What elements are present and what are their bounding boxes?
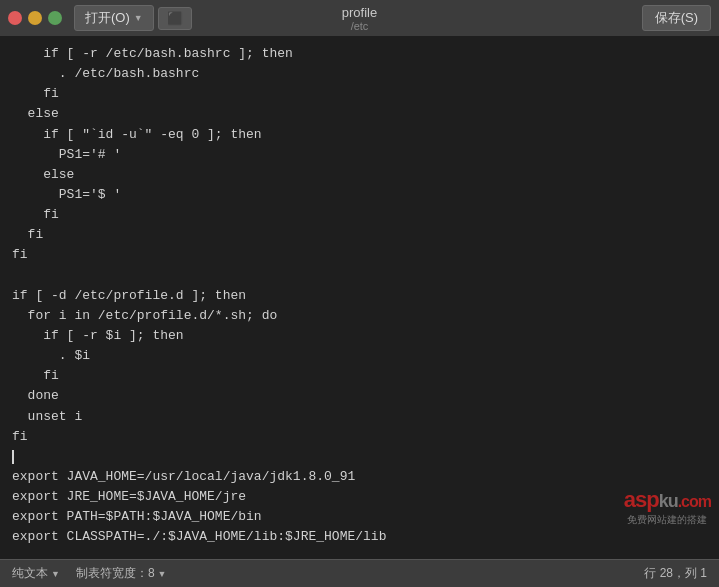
toolbar-icon-button[interactable]: ⬛ — [158, 7, 192, 30]
file-path: /etc — [342, 20, 377, 32]
open-label: 打开(O) — [85, 9, 130, 27]
status-right: 行 28，列 1 — [644, 565, 707, 582]
tabwidth-dropdown[interactable]: 制表符宽度：8 ▼ — [76, 565, 167, 582]
window-title: profile /etc — [342, 5, 377, 32]
filetype-dropdown[interactable]: 纯文本 ▼ — [12, 565, 60, 582]
tabwidth-label: 制表符宽度：8 — [76, 565, 155, 582]
open-chevron-icon: ▼ — [134, 13, 143, 23]
code-content[interactable]: if [ -r /etc/bash.bashrc ]; then . /etc/… — [0, 40, 719, 559]
filetype-label: 纯文本 — [12, 565, 48, 582]
minimize-button[interactable] — [28, 11, 42, 25]
save-button[interactable]: 保存(S) — [642, 5, 711, 31]
cursor-line — [12, 447, 14, 467]
window-controls — [8, 11, 62, 25]
filetype-chevron-icon: ▼ — [51, 569, 60, 579]
tabwidth-chevron-icon: ▼ — [158, 569, 167, 579]
close-button[interactable] — [8, 11, 22, 25]
file-name: profile — [342, 5, 377, 20]
text-cursor — [12, 450, 14, 464]
cursor-position: 行 28，列 1 — [644, 565, 707, 582]
maximize-button[interactable] — [48, 11, 62, 25]
statusbar: 纯文本 ▼ 制表符宽度：8 ▼ 行 28，列 1 — [0, 559, 719, 587]
open-button[interactable]: 打开(O) ▼ — [74, 5, 154, 31]
code-area: if [ -r /etc/bash.bashrc ]; then . /etc/… — [0, 36, 719, 559]
status-left: 纯文本 ▼ 制表符宽度：8 ▼ — [12, 565, 167, 582]
titlebar: 打开(O) ▼ ⬛ profile /etc 保存(S) — [0, 0, 719, 36]
